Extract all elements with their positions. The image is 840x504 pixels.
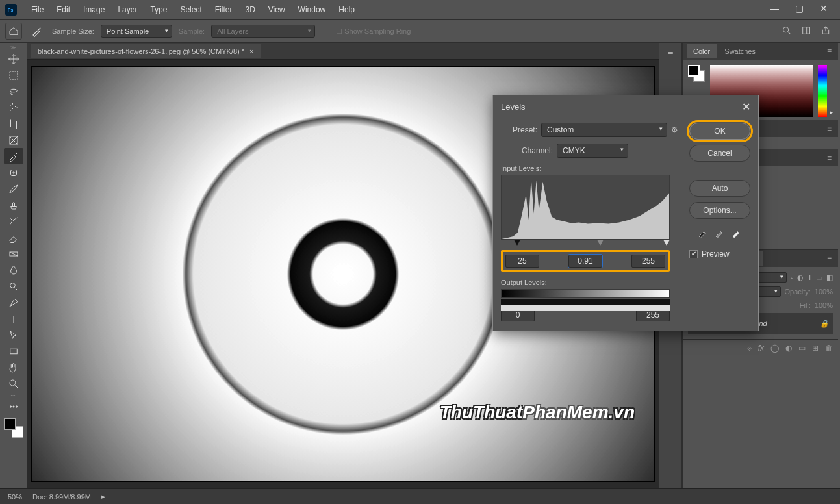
gray-eyedropper-icon[interactable]	[714, 227, 726, 240]
close-icon[interactable]: ✕	[742, 101, 750, 113]
pen-tool[interactable]	[4, 294, 23, 310]
share-icon[interactable]	[821, 25, 831, 37]
menu-type[interactable]: Type	[144, 1, 173, 18]
search-icon[interactable]	[782, 25, 792, 37]
filter-shape-icon[interactable]: ▭	[816, 273, 822, 282]
filter-pixel-icon[interactable]: ▫	[791, 273, 793, 281]
edit-toolbar[interactable]	[4, 398, 23, 414]
layer-mask-icon[interactable]: ◯	[770, 344, 779, 353]
doc-info[interactable]: Doc: 8.99M/8.99M	[32, 493, 91, 501]
workspace-icon[interactable]	[801, 25, 811, 37]
output-white-slider[interactable]	[501, 305, 670, 311]
delete-layer-icon[interactable]: 🗑	[825, 344, 833, 353]
preview-checkbox[interactable]: ✔	[689, 250, 698, 258]
panel-grip-icon[interactable]: ≫	[2, 44, 25, 51]
lasso-tool[interactable]	[4, 83, 23, 99]
input-white-field[interactable]: 255	[631, 255, 665, 268]
menu-help[interactable]: Help	[332, 1, 361, 18]
black-point-slider[interactable]	[514, 240, 520, 246]
document-tab[interactable]: black-and-white-pictures-of-flowers-26-1…	[31, 44, 261, 58]
output-black-slider[interactable]	[501, 299, 670, 305]
dodge-tool[interactable]	[4, 278, 23, 294]
close-tab-icon[interactable]: ×	[249, 47, 253, 55]
move-tool[interactable]	[4, 51, 23, 67]
options-button[interactable]: Options...	[689, 202, 750, 219]
eraser-tool[interactable]	[4, 229, 23, 246]
input-black-field[interactable]: 25	[505, 255, 539, 268]
rectangle-tool[interactable]	[4, 343, 23, 359]
auto-button[interactable]: Auto	[689, 180, 750, 197]
svg-point-1	[783, 27, 789, 32]
tab-color[interactable]: Color	[687, 44, 717, 58]
panel-menu-icon[interactable]: ≡	[824, 47, 834, 56]
adjustment-layer-icon[interactable]: ◐	[785, 344, 792, 353]
ok-button[interactable]: OK	[689, 123, 750, 140]
brush-tool[interactable]	[4, 181, 23, 197]
svg-rect-4	[10, 71, 18, 79]
output-slider[interactable]	[501, 299, 670, 306]
new-layer-icon[interactable]: ⊞	[812, 344, 819, 353]
menu-image[interactable]: Image	[77, 1, 111, 18]
panel-menu-icon[interactable]: ≡	[824, 124, 834, 133]
gradient-tool[interactable]	[4, 246, 23, 262]
sample-layers-select: All Layers	[211, 25, 315, 38]
window-minimize[interactable]: ―	[766, 3, 783, 16]
eyedropper-preset-icon[interactable]	[29, 23, 45, 40]
sample-size-select[interactable]: Point Sample	[101, 25, 172, 38]
panel-menu-icon[interactable]: ≡	[824, 153, 834, 162]
color-foreground-background[interactable]	[688, 65, 705, 82]
menu-window[interactable]: Window	[292, 1, 333, 18]
hue-slider[interactable]	[818, 65, 827, 117]
menu-3d[interactable]: 3D	[238, 1, 261, 18]
menu-edit[interactable]: Edit	[50, 1, 77, 18]
magic-wand-tool[interactable]	[4, 99, 23, 116]
menu-layer[interactable]: Layer	[111, 1, 144, 18]
panel-menu-icon[interactable]: ≡	[824, 254, 834, 263]
black-eyedropper-icon[interactable]	[697, 227, 709, 240]
link-layers-icon[interactable]: ⟐	[747, 344, 752, 353]
home-icon[interactable]	[5, 23, 22, 40]
tab-swatches[interactable]: Swatches	[718, 44, 762, 58]
window-close[interactable]: ✕	[815, 3, 832, 16]
zoom-tool[interactable]	[4, 375, 23, 392]
histogram[interactable]	[501, 175, 670, 240]
crop-tool[interactable]	[4, 116, 23, 132]
filter-adjust-icon[interactable]: ◐	[797, 273, 804, 282]
preset-select[interactable]: Custom	[541, 123, 667, 137]
svg-marker-14	[502, 179, 669, 239]
eyedropper-tool[interactable]	[4, 148, 23, 164]
path-selection-tool[interactable]	[4, 327, 23, 343]
frame-tool[interactable]	[4, 132, 23, 148]
color-swatches[interactable]	[4, 418, 23, 438]
input-mid-field[interactable]: 0.91	[568, 255, 602, 268]
group-icon[interactable]: ▭	[798, 344, 806, 353]
sample-label: Sample:	[179, 27, 205, 35]
menu-view[interactable]: View	[262, 1, 292, 18]
hand-tool[interactable]	[4, 359, 23, 375]
type-tool[interactable]	[4, 310, 23, 327]
mid-point-slider[interactable]	[597, 240, 604, 246]
layer-fx-icon[interactable]: fx	[758, 344, 764, 353]
input-slider[interactable]	[501, 241, 670, 247]
lock-icon[interactable]: 🔒	[820, 320, 829, 328]
zoom-level[interactable]: 50%	[8, 493, 22, 501]
window-maximize[interactable]: ▢	[791, 3, 808, 16]
menu-select[interactable]: Select	[173, 1, 208, 18]
healing-brush-tool[interactable]	[4, 164, 23, 181]
menu-filter[interactable]: Filter	[209, 1, 239, 18]
options-bar: Sample Size: Point Sample Sample: All La…	[0, 19, 840, 43]
white-point-slider[interactable]	[663, 240, 670, 246]
gear-icon[interactable]: ⚙	[671, 125, 681, 134]
marquee-tool[interactable]	[4, 67, 23, 83]
output-gradient[interactable]	[501, 289, 670, 298]
history-brush-tool[interactable]	[4, 213, 23, 229]
status-caret-icon[interactable]: ▸	[101, 492, 105, 501]
clone-stamp-tool[interactable]	[4, 197, 23, 213]
filter-type-icon[interactable]: T	[808, 273, 812, 281]
filter-smart-icon[interactable]: ◧	[826, 273, 833, 282]
menu-file[interactable]: File	[25, 1, 50, 18]
cancel-button[interactable]: Cancel	[689, 145, 750, 162]
channel-select[interactable]: CMYK	[557, 144, 628, 158]
white-eyedropper-icon[interactable]	[731, 227, 743, 240]
blur-tool[interactable]	[4, 262, 23, 278]
